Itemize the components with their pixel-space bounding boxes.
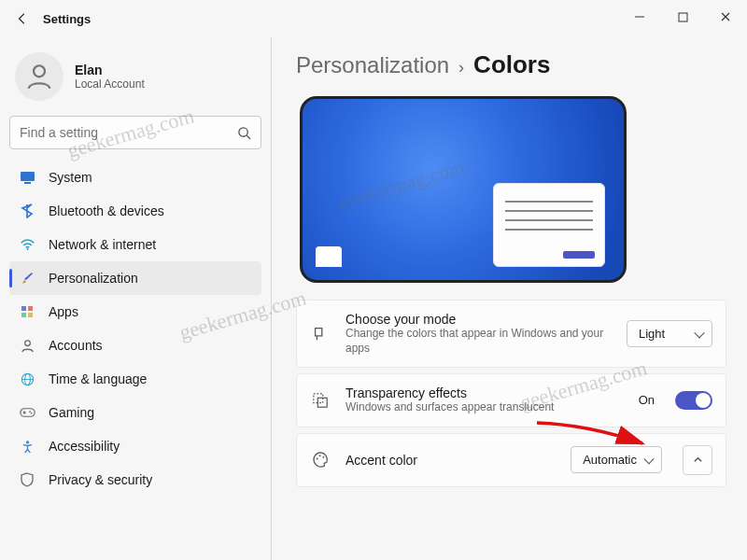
- sidebar-item-label: Personalization: [49, 271, 138, 286]
- avatar: [15, 52, 63, 101]
- sidebar-item-gaming[interactable]: Gaming: [9, 396, 261, 429]
- breadcrumb: Personalization › Colors: [296, 50, 726, 79]
- maximize-button[interactable]: [661, 0, 704, 34]
- expand-button[interactable]: [683, 445, 712, 475]
- brush-icon: [310, 326, 331, 343]
- accessibility-icon: [19, 438, 35, 455]
- sidebar-item-label: Gaming: [49, 405, 94, 420]
- svg-rect-6: [24, 182, 31, 184]
- close-button[interactable]: [704, 0, 747, 34]
- back-button[interactable]: [7, 12, 37, 25]
- sidebar-item-label: Network & internet: [49, 237, 156, 252]
- minimize-button[interactable]: [618, 0, 661, 34]
- palette-icon: [310, 451, 331, 469]
- setting-transparency[interactable]: Transparency effects Windows and surface…: [296, 373, 726, 427]
- transparency-toggle[interactable]: [675, 391, 712, 410]
- user-subtitle: Local Account: [75, 77, 145, 91]
- sidebar-item-label: Bluetooth & devices: [49, 203, 164, 218]
- gaming-icon: [19, 404, 35, 421]
- minimize-icon: [634, 11, 645, 22]
- sidebar-item-time[interactable]: Time & language: [9, 362, 261, 396]
- svg-point-7: [26, 248, 28, 250]
- close-icon: [720, 11, 731, 22]
- svg-rect-5: [21, 172, 35, 181]
- wifi-icon: [19, 236, 35, 253]
- apps-icon: [19, 303, 35, 320]
- svg-rect-8: [21, 306, 26, 311]
- setting-title: Accent color: [345, 453, 556, 468]
- svg-point-12: [24, 340, 30, 345]
- system-icon: [19, 169, 35, 186]
- search-icon: [237, 126, 251, 140]
- breadcrumb-parent[interactable]: Personalization: [296, 52, 449, 78]
- user-name: Elan: [75, 63, 145, 77]
- dropdown-value: Automatic: [583, 453, 637, 467]
- sidebar-item-privacy[interactable]: Privacy & security: [9, 463, 261, 497]
- svg-point-24: [316, 458, 317, 460]
- svg-point-20: [30, 413, 32, 414]
- sidebar-item-label: Accounts: [49, 338, 103, 353]
- transparency-icon: [310, 392, 331, 409]
- sidebar-item-network[interactable]: Network & internet: [9, 228, 261, 261]
- sidebar-item-label: Time & language: [49, 371, 147, 386]
- shield-icon: [19, 471, 35, 488]
- setting-subtitle: Change the colors that appear in Windows…: [345, 327, 612, 356]
- svg-point-26: [322, 456, 324, 458]
- toggle-state-label: On: [639, 393, 655, 407]
- svg-rect-10: [21, 313, 26, 317]
- window-title: Settings: [43, 12, 91, 26]
- arrow-left-icon: [16, 12, 29, 25]
- chevron-right-icon: ›: [458, 58, 464, 77]
- setting-accent[interactable]: Accent color Automatic: [296, 433, 726, 487]
- svg-point-19: [29, 411, 31, 413]
- dropdown-value: Light: [639, 327, 665, 341]
- svg-rect-11: [28, 313, 33, 317]
- sidebar-item-label: Accessibility: [49, 439, 120, 454]
- svg-rect-16: [20, 409, 34, 417]
- svg-point-25: [318, 455, 320, 457]
- search-box[interactable]: [9, 116, 261, 149]
- setting-subtitle: Windows and surfaces appear translucent: [345, 400, 624, 415]
- svg-rect-1: [679, 13, 687, 21]
- sidebar-item-label: System: [49, 170, 92, 185]
- sidebar-item-system[interactable]: System: [9, 161, 261, 194]
- accent-dropdown[interactable]: Automatic: [571, 446, 662, 473]
- desktop-preview: [300, 96, 627, 283]
- svg-point-2: [34, 65, 45, 77]
- paintbrush-icon: [19, 270, 35, 287]
- chevron-up-icon: [693, 455, 703, 465]
- user-icon: [23, 61, 55, 92]
- sidebar-item-label: Apps: [49, 304, 78, 319]
- svg-line-4: [247, 135, 250, 139]
- setting-title: Transparency effects: [345, 385, 624, 400]
- user-block[interactable]: Elan Local Account: [9, 45, 261, 116]
- search-input[interactable]: [20, 125, 237, 140]
- sidebar-item-accounts[interactable]: Accounts: [9, 329, 261, 362]
- svg-point-21: [25, 441, 28, 443]
- svg-point-3: [239, 127, 247, 135]
- setting-mode[interactable]: Choose your mode Change the colors that …: [296, 300, 726, 368]
- globe-icon: [19, 371, 35, 387]
- svg-rect-9: [28, 306, 33, 311]
- mode-dropdown[interactable]: Light: [627, 320, 712, 347]
- sidebar-item-label: Privacy & security: [49, 472, 152, 487]
- accounts-icon: [19, 337, 35, 354]
- sidebar-item-bluetooth[interactable]: Bluetooth & devices: [9, 194, 261, 228]
- sidebar-item-apps[interactable]: Apps: [9, 295, 261, 329]
- sidebar-item-personalization[interactable]: Personalization: [9, 261, 261, 295]
- maximize-icon: [678, 12, 688, 22]
- setting-title: Choose your mode: [345, 312, 612, 327]
- breadcrumb-current: Colors: [473, 50, 550, 79]
- bluetooth-icon: [19, 203, 35, 219]
- sidebar-item-accessibility[interactable]: Accessibility: [9, 429, 261, 463]
